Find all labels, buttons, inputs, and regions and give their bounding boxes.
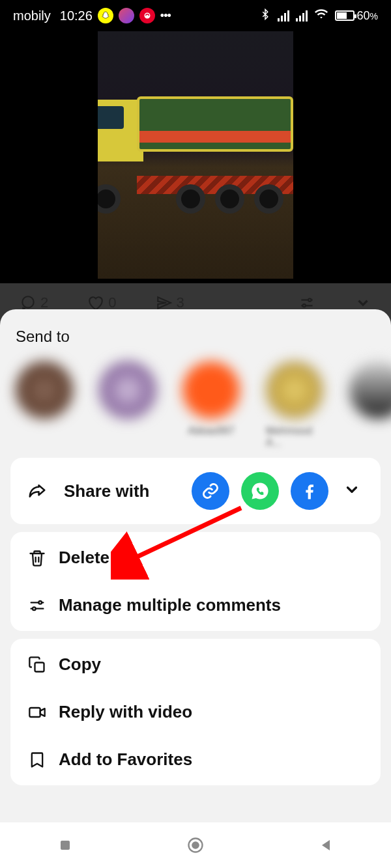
share-with-row[interactable]: Share with [10,458,381,524]
send-to-title: Send to [0,309,391,354]
recents-button[interactable] [52,832,78,858]
svg-rect-7 [61,841,70,850]
svg-point-9 [192,842,198,848]
status-right: 60% [259,7,378,25]
contact-item[interactable] [349,361,391,438]
video-camera-icon [27,703,47,722]
battery-icon [335,10,355,21]
share-with-label: Share with [64,481,149,501]
avatar [16,361,73,419]
svg-point-2 [303,304,306,307]
bluetooth-icon [259,8,271,23]
contacts-row[interactable]: Abbas997 Mehmood A... [0,354,391,438]
screen: mobily 10:26 ••• 60% [0,0,391,868]
whatsapp-button[interactable] [241,472,279,510]
svg-rect-5 [35,662,44,671]
status-left: mobily 10:26 ••• [13,8,171,23]
trash-icon [27,548,47,568]
add-to-favorites-button[interactable]: Add to Favorites [10,738,381,785]
video-content [98,96,293,201]
manage-comments-label: Manage multiple comments [59,595,281,615]
actions-card-1: Delete Manage multiple comments [10,532,381,631]
contact-item[interactable]: Mehmood A... [266,361,323,438]
app-icon-3 [139,8,155,23]
share-with-card: Share with [10,458,381,524]
video-frame [98,31,293,279]
facebook-button[interactable] [291,472,328,510]
app-icon-2 [119,8,134,23]
reply-video-label: Reply with video [59,702,192,722]
sliders-icon [27,596,47,615]
svg-point-4 [33,607,36,610]
carrier-label: mobily [13,8,51,23]
svg-point-3 [38,601,42,604]
manage-comments-button[interactable]: Manage multiple comments [10,583,381,631]
snapchat-icon [98,8,113,23]
reply-with-video-button[interactable]: Reply with video [10,690,381,738]
avatar [266,361,323,419]
avatar [99,361,156,419]
contact-item[interactable]: Abbas997 [182,361,240,438]
delete-button[interactable]: Delete [10,532,381,583]
battery-indicator: 60% [335,9,378,23]
share-sheet: Send to Abbas997 Mehmood A... Share with [0,309,391,868]
back-button[interactable] [313,832,339,858]
svg-point-1 [308,299,311,301]
avatar [349,361,391,419]
signal-icon-1 [278,10,289,21]
copy-label: Copy [59,654,101,675]
status-bar: mobily 10:26 ••• 60% [0,0,391,31]
copy-icon [27,655,47,675]
expand-share-options[interactable] [340,481,364,501]
avatar [182,361,240,419]
android-nav-bar [0,822,391,868]
actions-card-2: Copy Reply with video Add to Favorites [10,639,381,785]
signal-icon-2 [296,10,308,21]
contact-item[interactable] [16,361,73,438]
svg-rect-6 [29,708,40,717]
favorites-label: Add to Favorites [59,749,192,770]
battery-percentage: 60% [357,9,378,23]
clock: 10:26 [60,8,93,23]
home-button[interactable] [182,832,209,858]
share-arrow-icon [27,481,47,501]
delete-label: Delete [59,548,109,568]
copy-button[interactable]: Copy [10,639,381,690]
wifi-icon [314,7,328,25]
bookmark-icon [27,750,47,770]
contact-item[interactable] [99,361,156,438]
copy-link-button[interactable] [192,472,229,510]
more-notifications-icon: ••• [160,9,171,23]
